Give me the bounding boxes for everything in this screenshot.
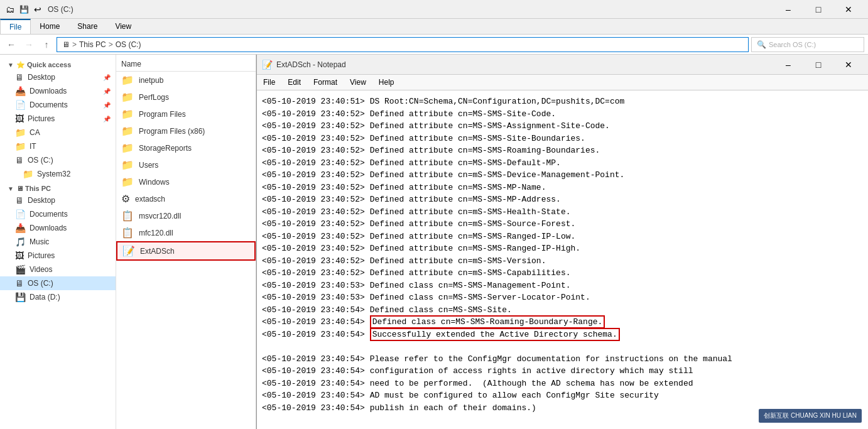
file-name-mfc120: mfc120.dll	[139, 229, 173, 237]
search-icon: 🔍	[757, 40, 766, 49]
sidebar-item-it-qa[interactable]: 📁 IT	[0, 139, 116, 153]
sidebar-documents-pc-label: Documents	[30, 210, 68, 219]
notepad-menu-file[interactable]: File	[257, 76, 281, 89]
file-item-programfiles[interactable]: 📁 Program Files	[116, 106, 256, 122]
sidebar-item-desktop-qa[interactable]: 🖥 Desktop 📌	[0, 70, 116, 84]
sidebar-ca-label: CA	[30, 128, 40, 137]
title-bar-icons: 🗂 💾 ↩	[5, 4, 43, 14]
pin-icon-3: 📌	[103, 102, 111, 109]
file-item-windows[interactable]: 📁 Windows	[116, 173, 256, 190]
sidebar-item-downloads-pc[interactable]: 📥 Downloads	[0, 221, 116, 235]
save-icon[interactable]: 💾	[19, 4, 29, 14]
notepad-maximize-button[interactable]: □	[804, 55, 833, 74]
path-icon: 🖥	[62, 40, 70, 49]
notepad-menu: File Edit Format View Help	[257, 75, 868, 90]
pin-icon-2: 📌	[103, 88, 111, 95]
sidebar-downloads-pc-label: Downloads	[30, 224, 67, 232]
maximize-button[interactable]: □	[804, 0, 833, 19]
sidebar-item-osc[interactable]: 🖥 OS (C:)	[0, 153, 116, 167]
tab-home[interactable]: Home	[31, 19, 68, 34]
file-item-msvcr120[interactable]: 📋 msvcr120.dll	[116, 207, 256, 224]
folder-inetpub-icon: 📁	[121, 74, 134, 86]
notepad-minimize-button[interactable]: –	[774, 55, 803, 74]
file-name-storagereports: StorageReports	[139, 144, 192, 153]
file-name-perflogs: PerfLogs	[139, 93, 169, 102]
sidebar-item-ca-qa[interactable]: 📁 CA	[0, 126, 116, 139]
name-column-header: Name	[121, 60, 141, 68]
back-button[interactable]: ←	[4, 37, 19, 52]
sidebar-downloads-label: Downloads	[30, 87, 67, 95]
sidebar-section-quickaccess[interactable]: ▼ ⭐ Quick access	[0, 57, 116, 70]
sidebar-item-downloads-qa[interactable]: 📥 Downloads 📌	[0, 84, 116, 98]
sidebar-item-pictures-pc[interactable]: 🖼 Pictures	[0, 249, 116, 263]
sidebar-it-label: IT	[30, 142, 36, 151]
undo-icon[interactable]: ↩	[33, 4, 43, 14]
sidebar-item-music-pc[interactable]: 🎵 Music	[0, 235, 116, 249]
file-item-extadsch-txt[interactable]: 📝 ExtADSch	[116, 241, 256, 261]
sidebar-section-thispc[interactable]: ▼ 🖥 This PC	[0, 181, 116, 193]
close-button[interactable]: ✕	[834, 0, 863, 19]
file-item-storagereports[interactable]: 📁 StorageReports	[116, 139, 256, 156]
sidebar-item-system32[interactable]: 📁 System32	[0, 167, 116, 181]
notepad-close-button[interactable]: ✕	[834, 55, 863, 74]
minimize-button[interactable]: –	[774, 0, 803, 19]
file-item-inetpub[interactable]: 📁 inetpub	[116, 72, 256, 89]
sidebar-item-videos-pc[interactable]: 🎬 Videos	[0, 263, 116, 276]
forward-button[interactable]: →	[21, 37, 36, 52]
music-icon: 🎵	[15, 237, 26, 247]
downloads-pc-icon: 📥	[15, 223, 26, 233]
sidebar-item-datad-pc[interactable]: 💾 Data (D:)	[0, 290, 116, 304]
sidebar-item-osc-pc[interactable]: 🖥 OS (C:)	[0, 276, 116, 290]
file-item-programfilesx86[interactable]: 📁 Program Files (x86)	[116, 122, 256, 139]
file-name-inetpub: inetpub	[139, 76, 163, 85]
title-bar: 🗂 💾 ↩ OS (C:) – □ ✕	[0, 0, 868, 19]
file-name-users: Users	[139, 161, 158, 170]
notepad-content[interactable]: <05-10-2019 23:40:51> DS Root:CN=Schema,…	[257, 90, 868, 429]
notepad-menu-format[interactable]: Format	[307, 76, 344, 89]
explorer-panel: ▼ ⭐ Quick access 🖥 Desktop 📌 📥 Downloads…	[0, 55, 256, 429]
folder-users-icon: 📁	[121, 159, 134, 171]
sidebar-documents-label: Documents	[30, 100, 68, 109]
highlight-prev-line: Defined class cn=MS-SMS-Roaming-Boundary…	[370, 315, 605, 329]
it-icon: 📁	[15, 141, 26, 151]
sidebar-osc-pc-label: OS (C:)	[28, 279, 53, 288]
folder-programfiles-icon: 📁	[121, 108, 134, 120]
file-item-perflogs[interactable]: 📁 PerfLogs	[116, 89, 256, 106]
file-name-extadsch-exe: extadsch	[135, 195, 165, 204]
title-bar-controls: – □ ✕	[774, 0, 863, 19]
dll-msvcr120-icon: 📋	[121, 210, 134, 222]
file-name-windows: Windows	[139, 178, 170, 187]
sidebar-item-desktop-pc[interactable]: 🖥 Desktop	[0, 193, 116, 207]
tab-file[interactable]: File	[0, 19, 31, 34]
search-box[interactable]: 🔍 Search OS (C:)	[751, 37, 864, 52]
sidebar-item-documents-pc[interactable]: 📄 Documents	[0, 207, 116, 221]
notepad-menu-help[interactable]: Help	[372, 76, 401, 89]
osc-icon: 🖥	[15, 155, 24, 165]
tab-view[interactable]: View	[106, 19, 140, 34]
highlight-success-line: Successfully extended the Active Directo…	[370, 328, 620, 341]
sidebar-item-documents-qa[interactable]: 📄 Documents 📌	[0, 98, 116, 112]
file-item-extadsch-exe[interactable]: ⚙ extadsch	[116, 190, 256, 207]
notepad-title-text: ExtADSch - Notepad	[276, 60, 774, 69]
documents-icon: 📄	[15, 100, 26, 110]
file-item-mfc120[interactable]: 📋 mfc120.dll	[116, 224, 256, 241]
notepad-title-controls: – □ ✕	[774, 55, 863, 74]
file-name-msvcr120: msvcr120.dll	[139, 212, 181, 220]
explorer-left: ▼ ⭐ Quick access 🖥 Desktop 📌 📥 Downloads…	[0, 55, 256, 429]
file-list-header[interactable]: Name	[116, 57, 256, 72]
txt-extadsch-icon: 📝	[122, 245, 135, 257]
file-item-users[interactable]: 📁 Users	[116, 156, 256, 173]
tab-share[interactable]: Share	[68, 19, 106, 34]
osc-pc-icon: 🖥	[15, 278, 24, 288]
sidebar-datad-label: Data (D:)	[30, 293, 60, 301]
sidebar-pictures-label: Pictures	[28, 114, 55, 123]
notepad-menu-view[interactable]: View	[344, 76, 372, 89]
up-button[interactable]: ↑	[39, 37, 54, 52]
notepad-menu-edit[interactable]: Edit	[281, 76, 307, 89]
address-path[interactable]: 🖥 > This PC > OS (C:)	[57, 37, 749, 52]
thispc-label: This PC	[25, 185, 51, 192]
sidebar-item-pictures-qa[interactable]: 🖼 Pictures 📌	[0, 112, 116, 126]
pictures-pc-icon: 🖼	[15, 251, 24, 261]
notepad-icon: 📝	[262, 60, 273, 70]
sidebar-system32-label: System32	[37, 170, 70, 178]
